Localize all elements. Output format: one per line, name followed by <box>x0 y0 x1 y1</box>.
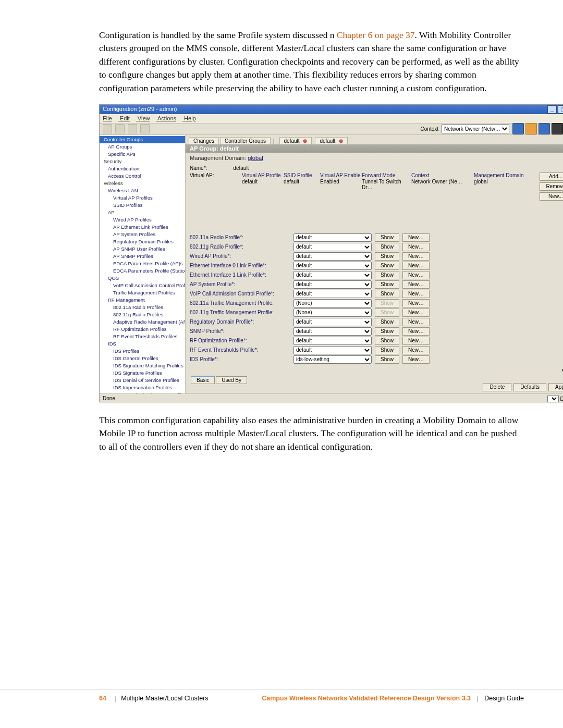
new-button[interactable]: New… <box>402 262 430 270</box>
ctx-icon[interactable] <box>512 123 524 134</box>
new-button[interactable]: New… <box>402 243 430 251</box>
tab-folder-default-2[interactable]: default ⊗ <box>315 137 348 144</box>
show-button[interactable]: Show <box>375 327 399 336</box>
ctx-icon[interactable] <box>525 123 537 134</box>
add-button[interactable]: Add... <box>540 172 563 181</box>
show-button[interactable]: Show <box>375 271 399 279</box>
menu-view[interactable]: View <box>138 115 150 121</box>
tab-close-icon[interactable]: ⊗ <box>339 138 343 144</box>
tree-node[interactable]: AP Ethernet Link Profiles <box>100 224 185 231</box>
tree-node[interactable]: IDS Profiles <box>100 348 185 355</box>
show-button[interactable]: Show <box>375 280 399 289</box>
show-button[interactable]: Show <box>375 355 399 364</box>
tree-node[interactable]: IDS Impersonation Profiles <box>100 384 185 391</box>
new-button[interactable]: New… <box>402 290 430 298</box>
tree-node[interactable]: Wireless LAN <box>100 187 185 194</box>
tree-node[interactable]: RF Optimization Profiles <box>100 326 185 333</box>
profile-select[interactable]: default <box>293 327 372 336</box>
tab-changes[interactable]: Changes <box>189 137 219 144</box>
profile-select[interactable]: default <box>293 290 372 298</box>
tree-node[interactable]: AP Groups <box>100 143 185 151</box>
show-button[interactable]: Show <box>375 262 399 270</box>
profile-select[interactable]: (None) <box>293 309 372 317</box>
new-button[interactable]: New… <box>402 280 430 289</box>
profile-select[interactable]: (None) <box>293 299 372 307</box>
tree-node[interactable]: IDS General Profiles <box>100 355 185 362</box>
tree-node[interactable]: AP System Profiles <box>100 231 185 238</box>
vap-row[interactable]: default default Enabled Tunnel To Switch… <box>190 179 563 191</box>
profile-select[interactable]: default <box>293 280 372 289</box>
tab-controller-groups[interactable]: Controller Groups <box>220 137 271 144</box>
tree-node[interactable]: VoIP Call Admission Control Profiles <box>100 282 185 289</box>
tree-node[interactable]: RF Event Thresholds Profiles <box>100 333 185 340</box>
show-button[interactable]: Show <box>375 290 399 298</box>
tree-node[interactable]: Wired AP Profiles <box>100 216 185 224</box>
new-button[interactable]: New… <box>402 346 430 354</box>
tree-node[interactable]: EDCA Parameters Profile (Station)s <box>100 267 185 275</box>
show-button[interactable]: Show <box>375 243 399 251</box>
profile-select[interactable]: default <box>293 243 372 251</box>
menu-actions[interactable]: Actions <box>157 115 176 121</box>
toolbar-icon[interactable] <box>140 124 150 133</box>
tree-node[interactable]: QOS <box>100 275 185 282</box>
chapter-link[interactable]: Chapter 6 on page 37 <box>337 30 415 40</box>
new-button[interactable]: New… <box>402 318 430 326</box>
new-button[interactable]: New… <box>402 355 430 364</box>
nav-tree[interactable]: Controller GroupsAP GroupsSpecific APsSe… <box>100 135 186 393</box>
new-button[interactable]: New… <box>402 337 430 345</box>
tree-node[interactable]: AP <box>100 209 185 216</box>
profile-select[interactable]: default <box>293 262 372 270</box>
profile-select[interactable]: default <box>293 271 372 279</box>
profile-select[interactable]: default <box>293 346 372 354</box>
tree-node[interactable]: SSID Profiles <box>100 202 185 209</box>
new-button[interactable]: New… <box>402 299 430 307</box>
profile-select[interactable]: default <box>293 337 372 345</box>
delete-button[interactable]: Delete <box>483 383 511 391</box>
menu-help[interactable]: Help <box>184 115 196 121</box>
show-button[interactable]: Show <box>375 233 399 242</box>
tab-basic[interactable]: Basic <box>191 376 215 384</box>
new-button[interactable]: New… <box>402 271 430 279</box>
new-button[interactable]: New… <box>402 252 430 261</box>
tree-node[interactable]: EDCA Parameters Profile (AP)s <box>100 260 185 267</box>
tree-node[interactable]: RF Management <box>100 297 185 304</box>
ctx-icon[interactable] <box>552 123 563 134</box>
tree-node[interactable]: Wireless <box>100 180 185 187</box>
tree-node[interactable]: IDS <box>100 340 185 348</box>
show-button[interactable]: Show <box>375 346 399 354</box>
toolbar-icon[interactable] <box>115 124 125 133</box>
context-select[interactable]: Network Owner (Netw… <box>442 124 509 133</box>
tree-node[interactable]: IDS Signature Profiles <box>100 369 185 377</box>
show-button[interactable]: Show <box>375 309 399 317</box>
tree-node[interactable]: IDS Unauthorized Device Profiles <box>100 391 185 393</box>
tab-close-icon[interactable]: ⊗ <box>303 138 307 144</box>
mgmt-domain-link[interactable]: global <box>248 155 263 161</box>
menu-file[interactable]: File <box>103 115 112 121</box>
tree-node[interactable]: Traffic Management Profiles <box>100 289 185 297</box>
tree-node[interactable]: Access Control <box>100 172 185 180</box>
new-button[interactable]: New... <box>540 192 563 201</box>
new-button[interactable]: New… <box>402 309 430 317</box>
tree-node[interactable]: Specific APs <box>100 151 185 158</box>
tree-node[interactable]: Virtual AP Profiles <box>100 194 185 202</box>
maximize-icon[interactable]: ▢ <box>558 105 563 114</box>
new-button[interactable]: New… <box>402 327 430 336</box>
new-button[interactable]: New… <box>402 233 430 242</box>
tree-node[interactable]: AP SNMP Profiles <box>100 253 185 260</box>
tree-node[interactable]: IDS Denial Of Service Profiles <box>100 377 185 384</box>
tree-node[interactable]: AP SNMP User Profiles <box>100 245 185 253</box>
show-button[interactable]: Show <box>375 299 399 307</box>
ctx-icon[interactable] <box>538 123 550 134</box>
tree-node[interactable]: 802.11g Radio Profiles <box>100 311 185 318</box>
apply-button[interactable]: Apply <box>548 383 563 391</box>
defaults-button[interactable]: Defaults <box>513 383 546 391</box>
tab-used-by[interactable]: Used By <box>216 376 247 384</box>
tree-node[interactable]: Authentication <box>100 165 185 172</box>
status-select[interactable] <box>547 395 559 402</box>
show-button[interactable]: Show <box>375 318 399 326</box>
tree-node[interactable]: Regulatory Domain Profiles <box>100 238 185 245</box>
toolbar-icon[interactable] <box>103 124 112 133</box>
tree-node[interactable]: Security <box>100 158 185 165</box>
menu-edit[interactable]: Edit <box>120 115 130 121</box>
tree-node[interactable]: 802.11a Radio Profiles <box>100 304 185 311</box>
